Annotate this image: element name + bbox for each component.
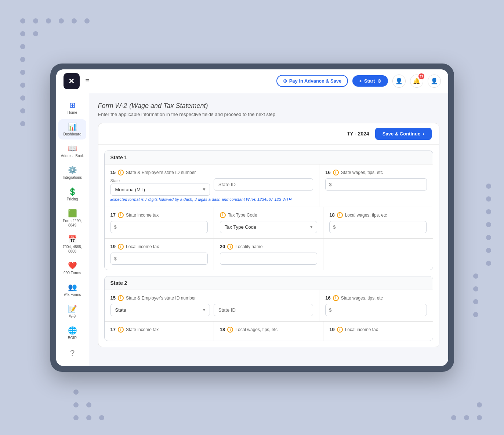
start-button[interactable]: + Start ⊙ bbox=[352, 75, 388, 87]
state2-field16-info-icon[interactable]: i bbox=[333, 295, 339, 301]
sidebar-item-94x[interactable]: 👥 94x Forms bbox=[58, 280, 86, 300]
state1-section: State 1 15 i State & Employer's state ID… bbox=[104, 151, 433, 270]
state1-state-id-grid: State Montana (MT) Alabama (AL) Californ… bbox=[110, 178, 313, 196]
field17-name: State income tax bbox=[126, 213, 159, 218]
field16-dollar-sign: $ bbox=[329, 182, 331, 187]
sidebar-item-pricing[interactable]: 💲 Pricing bbox=[58, 184, 86, 204]
state2-field19-cell: 19 i Local income tax bbox=[323, 322, 432, 341]
state1-field17-input[interactable] bbox=[110, 221, 208, 233]
pay-advance-button[interactable]: ⊕ Pay in Advance & Save bbox=[276, 75, 348, 87]
field17-info-icon[interactable]: i bbox=[118, 212, 124, 218]
bell-icon: 🔔 bbox=[413, 77, 420, 84]
state2-field17-info-icon[interactable]: i bbox=[118, 327, 124, 333]
state2-state-select[interactable]: State Montana (MT) Alabama (AL) bbox=[110, 304, 210, 316]
form-card: TY - 2024 Save & Continue › State 1 bbox=[98, 123, 439, 347]
user-avatar-button[interactable]: 👤 bbox=[428, 75, 441, 88]
state1-field17-cell: 17 i State income tax $ bbox=[105, 207, 214, 238]
header-left: ✕ ≡ bbox=[64, 73, 90, 89]
logo-icon: ✕ bbox=[68, 77, 75, 86]
state2-field15-cell: 15 i State & Employer's state ID number … bbox=[105, 290, 320, 321]
state2-field19-info-icon[interactable]: i bbox=[337, 327, 343, 333]
form-title: Form W-2 bbox=[98, 102, 127, 109]
state1-state-id-input[interactable] bbox=[214, 178, 313, 191]
state2-state-id-grid: State Montana (MT) Alabama (AL) ▼ bbox=[110, 304, 313, 316]
pay-advance-label: Pay in Advance & Save bbox=[289, 78, 342, 84]
state2-state-id-input[interactable] bbox=[214, 304, 313, 316]
ty-label: TY - 2024 bbox=[347, 131, 369, 137]
field16-name: State wages, tips, etc bbox=[341, 170, 383, 175]
form2290-icon: 🟩 bbox=[68, 209, 77, 218]
state2-field15-label: 15 i State & Employer's state ID number bbox=[110, 295, 313, 301]
tax-type-select[interactable]: Tax Type Code Option A Option B bbox=[220, 221, 317, 233]
field15-name: State & Employer's state ID number bbox=[126, 170, 196, 175]
state1-field17-label: 17 i State income tax bbox=[110, 212, 208, 218]
sidebar-item-address-book[interactable]: 📖 Address Book bbox=[58, 141, 86, 161]
state1-field16-label: 16 i State wages, tips, etc bbox=[325, 170, 427, 175]
page-title: Form W-2 (Wage and Tax Statement) bbox=[98, 101, 439, 110]
state2-field16-label: 16 i State wages, tips, etc bbox=[325, 295, 427, 301]
state1-field18-input[interactable] bbox=[329, 221, 427, 233]
sidebar-item-w9[interactable]: 📝 W-9 bbox=[58, 301, 86, 322]
state2-field18-name: Local wages, tips, etc bbox=[235, 327, 278, 332]
notifications-button[interactable]: 🔔 33 bbox=[410, 75, 423, 88]
form94x-icon: 👥 bbox=[68, 283, 77, 291]
state1-row1: 15 i State & Employer's state ID number … bbox=[105, 164, 433, 207]
field20-info-icon[interactable]: i bbox=[227, 244, 233, 250]
sidebar-item-integrations[interactable]: ⚙️ Integrations bbox=[58, 163, 86, 183]
state2-field16-input[interactable] bbox=[325, 304, 427, 316]
state1-empty-cell bbox=[323, 239, 432, 270]
state2-field15-info-icon[interactable]: i bbox=[118, 295, 124, 301]
state1-state-select[interactable]: Montana (MT) Alabama (AL) California (CA… bbox=[110, 184, 210, 196]
header-right: ⊕ Pay in Advance & Save + Start ⊙ 👤 🔔 33… bbox=[276, 75, 441, 88]
contacts-icon: 👤 bbox=[395, 77, 403, 84]
state1-field19-input[interactable] bbox=[110, 253, 208, 265]
sidebar-item-dashboard[interactable]: 📊 Dashboard bbox=[58, 119, 86, 139]
state1-state-selector-wrapper: State Montana (MT) Alabama (AL) Californ… bbox=[110, 178, 210, 196]
field16-input-wrapper: $ bbox=[325, 178, 427, 191]
tax-type-info-icon[interactable]: i bbox=[220, 212, 226, 218]
tax-type-label: i Tax Type Code bbox=[220, 212, 317, 218]
state1-field18-cell: 18 i Local wages, tips, etc $ bbox=[323, 207, 432, 238]
sidebar-label-94x: 94x Forms bbox=[64, 293, 81, 297]
state2-field18-info-icon[interactable]: i bbox=[227, 327, 233, 333]
state1-field18-label: 18 i Local wages, tips, etc bbox=[329, 212, 427, 218]
field17-input-wrapper: $ bbox=[110, 221, 208, 233]
sidebar-item-990[interactable]: ❤️ 990 Forms bbox=[58, 258, 86, 278]
sidebar-item-form2290[interactable]: 🟩 Form 2290, 8849 bbox=[58, 206, 86, 231]
sidebar-item-form7004[interactable]: 📅 7004, 4868, 8868 bbox=[58, 232, 86, 257]
state1-field16-input[interactable] bbox=[325, 178, 427, 191]
main-layout: ⊞ Home 📊 Dashboard 📖 Address Book ⚙️ Int… bbox=[56, 93, 448, 366]
field18-input-wrapper: $ bbox=[329, 221, 427, 233]
form-card-header: TY - 2024 Save & Continue › bbox=[98, 123, 439, 145]
field17-num: 17 bbox=[110, 212, 116, 218]
state1-row3: 19 i Local income tax $ bbox=[105, 239, 433, 270]
field16-info-icon[interactable]: i bbox=[333, 170, 339, 175]
save-continue-button[interactable]: Save & Continue › bbox=[375, 128, 432, 140]
contacts-button[interactable]: 👤 bbox=[392, 75, 406, 88]
state2-state-id-wrapper bbox=[214, 304, 313, 316]
app-shell: ✕ ≡ ⊕ Pay in Advance & Save + Start ⊙ 👤 bbox=[50, 64, 454, 372]
pricing-icon: 💲 bbox=[68, 187, 77, 196]
user-icon: 👤 bbox=[431, 77, 438, 84]
field19-info-icon[interactable]: i bbox=[118, 244, 124, 250]
state2-field16-cell: 16 i State wages, tips, etc $ bbox=[319, 290, 432, 321]
state2-row1: 15 i State & Employer's state ID number … bbox=[105, 290, 433, 322]
state2-field18-cell: 18 i Local wages, tips, etc bbox=[214, 322, 323, 341]
state2-field19-label: 19 i Local income tax bbox=[329, 327, 427, 333]
state2-field17-num: 17 bbox=[110, 327, 116, 332]
field17-dollar-sign: $ bbox=[114, 224, 117, 230]
home-icon: ⊞ bbox=[69, 101, 76, 109]
form990-icon: ❤️ bbox=[68, 261, 77, 270]
tax-type-cell: i Tax Type Code Tax Type Code Option A O… bbox=[214, 207, 323, 238]
field15-info-icon[interactable]: i bbox=[118, 170, 124, 175]
field19-input-wrapper: $ bbox=[110, 253, 208, 265]
plus-circle-icon: ⊕ bbox=[283, 78, 287, 84]
menu-icon[interactable]: ≡ bbox=[86, 77, 90, 85]
field20-num: 20 bbox=[220, 244, 225, 249]
field18-info-icon[interactable]: i bbox=[337, 212, 343, 218]
sidebar-item-home[interactable]: ⊞ Home bbox=[58, 98, 86, 118]
sidebar-label-w9: W-9 bbox=[69, 314, 76, 319]
state1-field20-input[interactable] bbox=[220, 253, 317, 265]
sidebar-item-boir[interactable]: 🌐 BOIR bbox=[58, 323, 86, 343]
help-button[interactable]: ? bbox=[66, 345, 78, 362]
